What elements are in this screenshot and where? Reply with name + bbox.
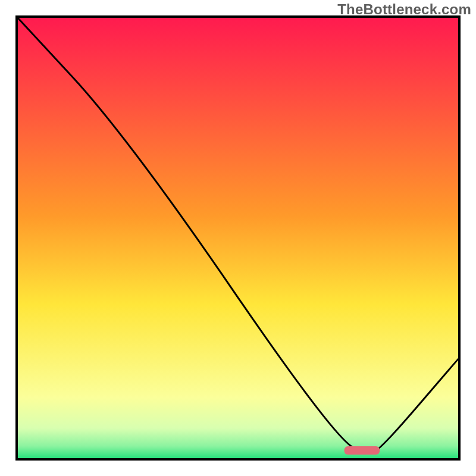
chart-container: TheBottleneck.com [0, 0, 476, 476]
sweet-spot-marker [345, 446, 380, 455]
bottleneck-chart [0, 0, 476, 476]
plot-background [17, 17, 459, 459]
